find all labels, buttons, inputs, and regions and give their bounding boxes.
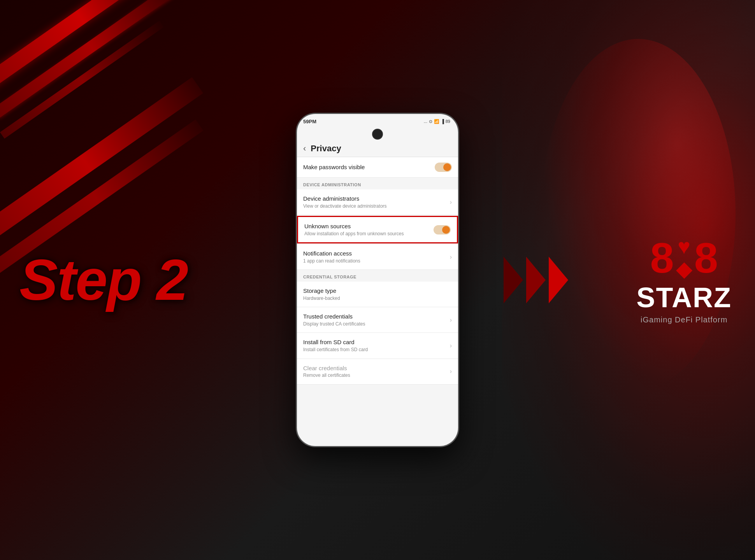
- brand-logo: 8 ♥ ◆ 8 STARZ iGaming DeFi Platform: [636, 236, 732, 324]
- brand-number-row: 8 ♥ ◆ 8: [650, 236, 718, 280]
- screen: ‹ Privacy Make passwords visible DEVICE …: [297, 129, 458, 446]
- arrow-1: [504, 257, 523, 303]
- arrow-3: [549, 257, 568, 303]
- setting-item-clear-credentials[interactable]: Clear credentials Remove all certificate…: [297, 359, 458, 385]
- camera-notch: [372, 129, 383, 140]
- unknown-sources-toggle[interactable]: [434, 225, 451, 234]
- setting-content: Trusted credentials Display trusted CA c…: [303, 313, 450, 327]
- status-icons: ... ⊙ 📶 ▐ 89: [424, 119, 450, 124]
- brand-suits: ♥ ◆: [676, 236, 692, 280]
- setting-item-make-passwords[interactable]: Make passwords visible: [297, 157, 458, 178]
- phone: 59PM ... ⊙ 📶 ▐ 89 ‹ Privacy: [296, 113, 459, 447]
- page-title: Privacy: [311, 144, 341, 154]
- screen-header: ‹ Privacy: [297, 140, 458, 157]
- chevron-icon: ›: [450, 254, 452, 261]
- setting-subtitle: Display trusted CA certificates: [303, 321, 450, 327]
- back-button[interactable]: ‹: [303, 144, 306, 153]
- setting-content: Device administrators View or deactivate…: [303, 195, 450, 209]
- setting-subtitle: Install certificates from SD card: [303, 347, 450, 353]
- setting-content: Clear credentials Remove all certificate…: [303, 364, 450, 379]
- setting-subtitle: Remove all certificates: [303, 373, 450, 379]
- brand-tagline: iGaming DeFi Platform: [641, 315, 727, 324]
- location-icon: ⊙: [429, 119, 432, 124]
- settings-list: Make passwords visible DEVICE ADMINISTRA…: [297, 157, 458, 385]
- heart-icon: ♥: [678, 236, 690, 257]
- toggle-knob: [442, 226, 450, 234]
- setting-content: Storage type Hardware-backed: [303, 287, 452, 301]
- setting-content: Make passwords visible: [303, 163, 435, 171]
- setting-subtitle: View or deactivate device administrators: [303, 203, 450, 210]
- section-credential-storage: CREDENTIAL STORAGE: [297, 270, 458, 282]
- step-label: Step 2: [19, 251, 188, 309]
- setting-subtitle: 1 app can read notifications: [303, 258, 450, 264]
- toggle-knob: [443, 163, 451, 171]
- setting-title: Trusted credentials: [303, 313, 450, 320]
- status-time: 59PM: [303, 119, 316, 124]
- brand-starz: STARZ: [636, 284, 732, 312]
- brand-8-right: 8: [694, 236, 718, 279]
- setting-item-notification-access[interactable]: Notification access 1 app can read notif…: [297, 244, 458, 270]
- setting-item-storage-type: Storage type Hardware-backed: [297, 282, 458, 307]
- setting-content: Notification access 1 app can read notif…: [303, 250, 450, 264]
- setting-title: Clear credentials: [303, 364, 450, 372]
- setting-title: Make passwords visible: [303, 163, 435, 171]
- smoke-effect-2: [541, 39, 736, 389]
- brand-8-left: 8: [650, 236, 674, 279]
- wifi-icon: 📶: [434, 119, 439, 124]
- section-label-device-admin: DEVICE ADMINISTRATION: [303, 182, 361, 187]
- setting-content: Unknown sources Allow installation of ap…: [304, 222, 434, 237]
- chevron-icon: ›: [450, 342, 452, 349]
- diamond-icon: ◆: [676, 258, 692, 280]
- passwords-toggle[interactable]: [435, 163, 452, 172]
- chevron-icon: ›: [450, 317, 452, 324]
- chevron-icon: ›: [450, 199, 452, 206]
- status-bar: 59PM ... ⊙ 📶 ▐ 89: [297, 114, 458, 129]
- chevron-icon: ›: [450, 368, 452, 375]
- arrow-group: [504, 257, 568, 303]
- signal-icon: ▐: [441, 119, 444, 124]
- setting-title: Device administrators: [303, 195, 450, 203]
- setting-subtitle: Allow installation of apps from unknown …: [304, 231, 434, 237]
- setting-item-install-sd[interactable]: Install from SD card Install certificate…: [297, 333, 458, 359]
- setting-item-unknown-sources[interactable]: Unknown sources Allow installation of ap…: [297, 216, 458, 243]
- phone-body: 59PM ... ⊙ 📶 ▐ 89 ‹ Privacy: [296, 113, 459, 447]
- setting-title: Unknown sources: [304, 222, 434, 230]
- setting-title: Notification access: [303, 250, 450, 257]
- setting-content: Install from SD card Install certificate…: [303, 338, 450, 353]
- dots-icon: ...: [424, 119, 427, 124]
- arrow-2: [526, 257, 546, 303]
- setting-subtitle: Hardware-backed: [303, 296, 452, 302]
- setting-title: Install from SD card: [303, 338, 450, 346]
- setting-title: Storage type: [303, 287, 452, 295]
- section-label-credential-storage: CREDENTIAL STORAGE: [303, 275, 356, 279]
- section-device-admin: DEVICE ADMINISTRATION: [297, 178, 458, 189]
- setting-item-device-admins[interactable]: Device administrators View or deactivate…: [297, 189, 458, 215]
- setting-item-trusted-credentials[interactable]: Trusted credentials Display trusted CA c…: [297, 307, 458, 333]
- battery-text: 89: [446, 119, 450, 124]
